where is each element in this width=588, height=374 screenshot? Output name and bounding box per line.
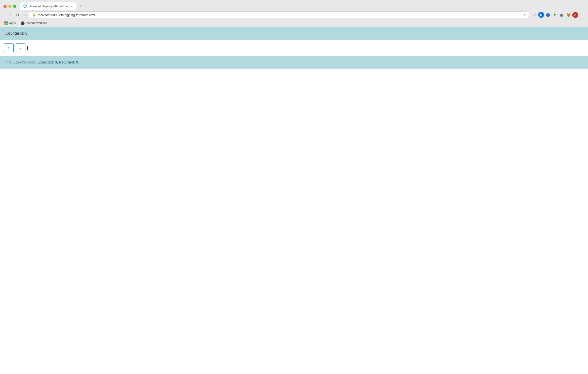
- increment-button[interactable]: +: [4, 43, 14, 52]
- info-text: Info: Looking good! Expected: 0, Returne…: [5, 60, 79, 64]
- back-button[interactable]: ‹: [3, 12, 7, 18]
- info-banner: Info: Looking good! Expected: 0, Returne…: [0, 56, 588, 69]
- g-extension-icon[interactable]: G: [538, 12, 544, 18]
- buttons-row: + -: [0, 40, 588, 56]
- pixels-extension-icon[interactable]: ▦: [559, 12, 565, 18]
- new-tab-button[interactable]: +: [77, 3, 84, 10]
- nav-right-icons: 🛡 G 🔵 ▼ ▦ 🦊 A ⋮: [531, 12, 585, 18]
- fox-extension-icon[interactable]: 🦊: [566, 12, 571, 18]
- vpn-extension-icon[interactable]: 🔵: [545, 12, 551, 18]
- minimize-window-button[interactable]: [8, 5, 11, 8]
- github-icon: ⚫: [21, 21, 25, 25]
- bookmark-star-icon[interactable]: ☆: [523, 13, 526, 17]
- bookmark-loomnetwork-label: loomnetwork/loo...: [26, 21, 50, 25]
- reload-button[interactable]: ↻: [14, 12, 21, 18]
- bookmark-apps-label: Apps: [9, 21, 16, 25]
- page-content: Counter is: 0 + - Info: Looking good! Ex…: [0, 27, 588, 374]
- home-button[interactable]: ⌂: [22, 12, 27, 18]
- user-avatar-button[interactable]: A: [572, 12, 578, 18]
- title-bar: 🌐 Universal Signing with Fortmat × +: [0, 0, 588, 10]
- bookmark-loomnetwork[interactable]: ⚫ loomnetwork/loo...: [20, 21, 51, 26]
- address-bar[interactable]: 🔒 localhost:8080/eth-signing-fortmatic.h…: [29, 11, 530, 18]
- tab-close-button[interactable]: ×: [70, 4, 74, 8]
- nav-bar: ‹ › ↻ ⌂ 🔒 localhost:8080/eth-signing-for…: [0, 10, 588, 20]
- forward-button[interactable]: ›: [9, 12, 13, 18]
- browser-menu-button[interactable]: ⋮: [579, 12, 585, 18]
- bookmark-apps[interactable]: Apps: [3, 21, 17, 25]
- home-icon: ⌂: [23, 13, 26, 17]
- traffic-lights: [3, 5, 16, 8]
- close-window-button[interactable]: [3, 5, 7, 8]
- active-tab[interactable]: 🌐 Universal Signing with Fortmat ×: [20, 2, 76, 10]
- browser-window: 🌐 Universal Signing with Fortmat × + ‹ ›…: [0, 0, 588, 374]
- green-arrow-icon[interactable]: ▼: [552, 12, 558, 18]
- address-text: localhost:8080/eth-signing-fortmatic.htm…: [38, 13, 521, 17]
- forward-icon: ›: [10, 13, 11, 17]
- bookmarks-bar: Apps ⚫ loomnetwork/loo...: [0, 20, 588, 27]
- lock-icon: 🔒: [32, 13, 36, 17]
- counter-text: Counter is: 0: [5, 31, 28, 35]
- apps-grid-icon: [4, 21, 8, 25]
- tabs-bar: 🌐 Universal Signing with Fortmat × +: [20, 2, 585, 10]
- user-avatar-label: A: [574, 13, 577, 17]
- tab-title: Universal Signing with Fortmat: [29, 5, 69, 8]
- maximize-window-button[interactable]: [13, 5, 16, 8]
- cursor-indicator: [27, 46, 28, 50]
- back-icon: ‹: [4, 13, 6, 17]
- reload-icon: ↻: [16, 13, 19, 17]
- decrement-button[interactable]: -: [16, 43, 25, 52]
- tab-favicon-icon: 🌐: [23, 4, 27, 8]
- shield-extension-icon[interactable]: 🛡: [531, 12, 537, 18]
- address-bar-icons: ☆: [523, 13, 526, 17]
- counter-banner: Counter is: 0: [0, 27, 588, 40]
